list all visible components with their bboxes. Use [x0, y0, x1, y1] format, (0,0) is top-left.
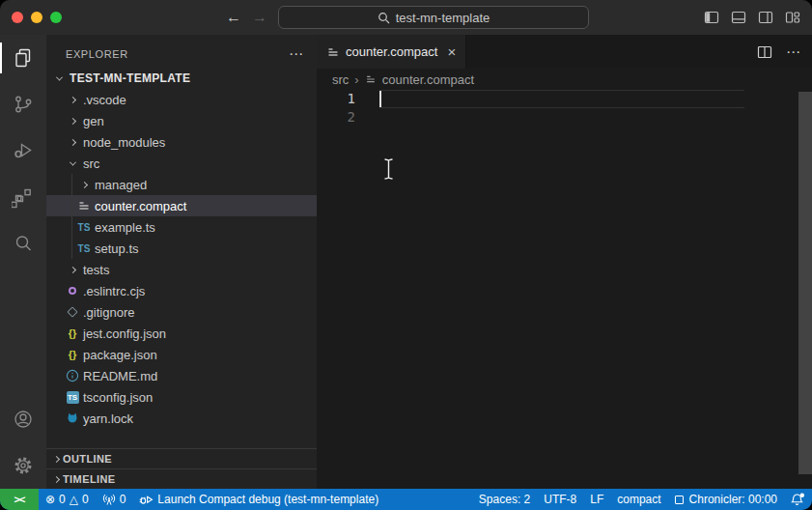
remote-icon: ><	[14, 494, 25, 505]
tree-item-setup-ts[interactable]: TS setup.ts	[46, 238, 317, 259]
activity-bar	[0, 35, 46, 489]
line-number: 1	[317, 90, 355, 108]
navigate-back-icon[interactable]: ←	[226, 7, 241, 28]
tree-item-node-modules[interactable]: node_modules	[46, 131, 317, 153]
tree-item-counter-compact[interactable]: counter.compact	[46, 195, 317, 216]
remote-indicator[interactable]: ><	[0, 489, 39, 510]
timeline-section[interactable]: TIMELINE	[46, 468, 317, 489]
debug-launch-label: Launch Compact debug (test-mn-template)	[157, 493, 378, 506]
json-icon: {}	[69, 349, 77, 360]
indentation-indicator[interactable]: Spaces: 2	[472, 489, 537, 510]
git-icon	[67, 306, 77, 317]
indentation-label: Spaces: 2	[479, 493, 530, 506]
tree-item-managed[interactable]: managed	[46, 174, 317, 195]
editor-more-actions-icon[interactable]: ⋯	[786, 43, 800, 61]
file-icon	[77, 199, 91, 212]
search-sidebar-icon[interactable]	[0, 220, 46, 267]
typescript-icon: TS	[78, 222, 91, 233]
tree-item-jest-config[interactable]: {} jest.config.json	[46, 323, 317, 344]
tree-item-label: tests	[83, 263, 109, 277]
chevron-right-icon	[53, 455, 60, 462]
chevron-right-icon	[69, 96, 75, 102]
extensions-icon[interactable]	[0, 174, 46, 220]
file-icon	[326, 45, 340, 59]
breadcrumb: src › counter.compact	[317, 69, 812, 90]
error-count: 0	[59, 493, 66, 506]
encoding-indicator[interactable]: UTF-8	[537, 489, 583, 510]
yarn-icon	[66, 411, 79, 425]
chronicler-indicator[interactable]: Chronicler: 00:00	[668, 489, 784, 510]
timeline-label: TIMELINE	[63, 473, 116, 485]
tree-item-label: package.json	[83, 348, 157, 362]
sidebar-panels: OUTLINE TIMELINE	[46, 448, 317, 489]
close-tab-icon[interactable]: ×	[447, 45, 456, 59]
toggle-panel-icon[interactable]	[731, 10, 746, 25]
tree-item-vscode[interactable]: .vscode	[46, 89, 317, 110]
explorer-title: EXPLORER	[66, 48, 289, 60]
command-center-label: test-mn-template	[396, 11, 490, 25]
notifications-button[interactable]	[784, 489, 812, 510]
tree-item-label: gen	[83, 114, 104, 128]
typescript-icon: TS	[78, 243, 91, 254]
breadcrumb-file[interactable]: counter.compact	[382, 72, 474, 87]
encoding-label: UTF-8	[544, 493, 576, 506]
toggle-secondary-sidebar-icon[interactable]	[758, 10, 773, 25]
tree-root-label: TEST-MN-TEMPLATE	[70, 71, 190, 85]
tree-root-test-mn-template[interactable]: TEST-MN-TEMPLATE	[46, 68, 317, 89]
navigate-forward-icon[interactable]: →	[252, 7, 267, 28]
tree-item-label: setup.ts	[95, 241, 139, 256]
mouse-ibeam-cursor	[382, 157, 395, 184]
run-and-debug-icon[interactable]	[0, 128, 46, 174]
maximize-window-button[interactable]	[50, 12, 62, 23]
editor-pane[interactable]: 1 2	[317, 90, 812, 489]
chevron-right-icon	[69, 117, 75, 124]
tree-item-label: .gitignore	[83, 305, 134, 320]
tree-item-tests[interactable]: tests	[46, 259, 317, 280]
outline-section[interactable]: OUTLINE	[46, 448, 317, 468]
outline-label: OUTLINE	[63, 453, 112, 465]
title-bar: ← → test-mn-template	[0, 0, 812, 35]
editor-scrollbar[interactable]	[798, 92, 812, 474]
problems-indicator[interactable]: ⊗ 0 △ 0	[39, 489, 96, 510]
tree-item-src[interactable]: src	[46, 153, 317, 174]
language-mode-label: compact	[617, 493, 660, 506]
split-editor-icon[interactable]	[757, 44, 772, 60]
command-center-search[interactable]: test-mn-template	[278, 6, 589, 29]
tree-item-gitignore[interactable]: .gitignore	[46, 301, 317, 323]
tree-item-yarn-lock[interactable]: yarn.lock	[46, 408, 317, 429]
source-control-icon[interactable]	[0, 81, 46, 128]
tree-item-gen[interactable]: gen	[46, 110, 317, 131]
accounts-icon[interactable]	[0, 396, 46, 442]
tab-counter-compact[interactable]: counter.compact ×	[317, 35, 466, 69]
customize-layout-icon[interactable]	[785, 10, 800, 25]
tree-item-label: README.md	[83, 369, 157, 383]
radio-tower-icon	[102, 493, 116, 506]
explorer-more-actions-icon[interactable]: ⋯	[289, 45, 303, 63]
line-number: 2	[317, 108, 355, 127]
debug-launch-button[interactable]: Launch Compact debug (test-mn-template)	[132, 489, 385, 510]
info-icon	[66, 369, 79, 382]
settings-gear-icon[interactable]	[0, 442, 46, 489]
chevron-right-icon	[69, 138, 75, 145]
tree-item-label: managed	[95, 178, 147, 192]
bell-dot-icon	[791, 493, 805, 506]
tree-item-tsconfig[interactable]: TS tsconfig.json	[46, 386, 317, 408]
breadcrumb-folder[interactable]: src	[332, 72, 349, 87]
tree-item-example-ts[interactable]: TS example.ts	[46, 216, 317, 238]
warning-icon: △	[70, 494, 78, 505]
tree-item-label: tsconfig.json	[83, 390, 153, 405]
json-icon: {}	[69, 327, 77, 339]
chronicler-square-icon	[675, 496, 684, 504]
ports-indicator[interactable]: 0	[96, 489, 133, 510]
eol-indicator[interactable]: LF	[583, 489, 610, 510]
tree-item-label: example.ts	[95, 220, 155, 235]
close-window-button[interactable]	[12, 12, 23, 23]
tree-item-package-json[interactable]: {} package.json	[46, 344, 317, 365]
minimize-window-button[interactable]	[31, 12, 42, 23]
tree-item-readme[interactable]: README.md	[46, 365, 317, 386]
tsconfig-icon: TS	[67, 391, 79, 404]
toggle-primary-sidebar-icon[interactable]	[704, 10, 719, 25]
language-mode-indicator[interactable]: compact	[610, 489, 667, 510]
explorer-icon[interactable]	[0, 35, 46, 81]
tree-item-eslintrc[interactable]: .eslintrc.cjs	[46, 280, 317, 301]
